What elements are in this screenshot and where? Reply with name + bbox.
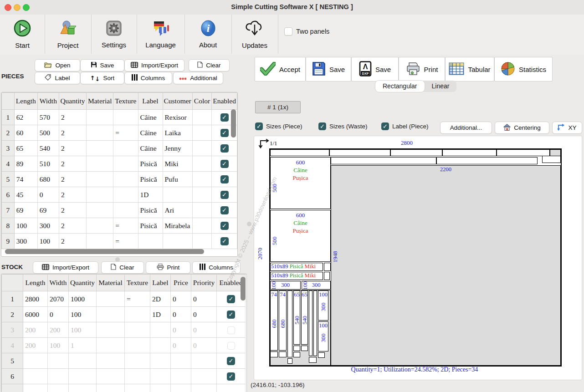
accept-button[interactable]: Accept [255, 57, 306, 81]
table-cell[interactable]: 1D [138, 187, 163, 203]
table-cell[interactable]: Pisică [138, 156, 163, 172]
table-cell[interactable] [192, 218, 211, 234]
enabled-checkbox[interactable]: ✓ [220, 160, 229, 168]
stock-columns-button[interactable]: Columns [192, 261, 241, 274]
diagram-piece[interactable] [279, 351, 287, 357]
pieces-sort-button[interactable]: ↑↓ Sort [80, 72, 124, 84]
table-cell[interactable] [23, 369, 48, 384]
table-cell[interactable] [192, 125, 211, 141]
table-cell[interactable] [69, 353, 97, 369]
start-button[interactable]: Start [0, 15, 45, 54]
table-cell[interactable] [69, 369, 97, 384]
sizes-waste-checkbox[interactable]: ✓ Sizes (Waste) [318, 122, 368, 130]
pieces-additional-button[interactable]: Additional [173, 72, 223, 84]
diagram-piece[interactable] [331, 157, 436, 164]
table-cell[interactable]: 0 [171, 322, 191, 338]
table-cell[interactable]: 540 [37, 141, 59, 156]
column-header[interactable]: Priority [191, 275, 217, 291]
table-cell[interactable]: 2 [59, 172, 86, 187]
column-header[interactable]: Length [14, 93, 37, 110]
table-cell[interactable]: 69 [14, 203, 37, 218]
diagram-piece[interactable] [542, 156, 561, 163]
table-cell[interactable] [97, 322, 125, 338]
label-piece-checkbox[interactable]: ✓ Label (Piece) [381, 122, 429, 130]
table-cell[interactable] [113, 203, 138, 218]
column-header[interactable]: Length [23, 275, 48, 291]
table-cell[interactable] [87, 141, 113, 156]
table-cell[interactable]: Ari [163, 203, 192, 218]
statistics-button[interactable]: Statistics [494, 57, 553, 81]
column-header[interactable]: Texture [125, 275, 150, 291]
table-cell[interactable] [87, 110, 113, 125]
table-cell[interactable]: 60 [14, 125, 37, 141]
table-cell[interactable]: = [125, 291, 150, 307]
column-header[interactable]: Enabled [212, 93, 237, 110]
two-panels-checkbox-box[interactable] [284, 27, 292, 36]
table-cell[interactable]: Câine [138, 125, 163, 141]
column-header[interactable]: Material [87, 93, 113, 110]
table-cell[interactable] [191, 353, 217, 369]
enabled-checkbox[interactable]: ✓ [227, 372, 235, 381]
table-row[interactable]: 3655402CâineJenny✓ [2, 141, 237, 156]
table-cell[interactable] [87, 203, 113, 218]
enabled-checkbox[interactable]: ✓ [220, 222, 229, 230]
table-cell[interactable]: = [113, 218, 138, 234]
diagram-piece[interactable] [329, 149, 390, 156]
table-cell[interactable] [87, 187, 113, 203]
table-cell[interactable] [125, 338, 150, 353]
table-cell[interactable] [125, 307, 150, 322]
column-header[interactable]: Label [150, 275, 171, 291]
table-row[interactable]: 1280020701000=2D00✓ [2, 291, 246, 307]
sizes-piece-checkbox-box[interactable]: ✓ [255, 122, 263, 130]
table-cell[interactable] [97, 369, 125, 384]
sizes-waste-checkbox-box[interactable]: ✓ [318, 122, 326, 130]
table-cell[interactable] [163, 187, 192, 203]
diagram-piece[interactable] [497, 149, 550, 156]
table-cell[interactable] [87, 234, 113, 249]
table-cell[interactable] [192, 141, 211, 156]
diagram-piece[interactable]: 100300 [302, 281, 331, 290]
table-cell[interactable] [125, 322, 150, 338]
diagram-piece[interactable]: 100300 [270, 281, 301, 290]
diagram-piece[interactable] [436, 157, 538, 164]
tab-linear[interactable]: Linear [425, 81, 457, 92]
column-header[interactable]: Quantity [69, 275, 97, 291]
table-row[interactable]: 2605002=CâineLaika✓ [2, 125, 237, 141]
column-header[interactable]: Texture [113, 93, 138, 110]
diagram-piece[interactable] [270, 149, 329, 156]
table-cell[interactable]: 6000 [23, 307, 48, 322]
table-cell[interactable] [163, 234, 192, 249]
enabled-checkbox[interactable] [227, 342, 235, 350]
table-cell[interactable]: Pisică [138, 203, 163, 218]
pieces-columns-button[interactable]: Columns [124, 72, 172, 84]
table-cell[interactable] [171, 353, 191, 369]
column-header[interactable]: Price [171, 275, 191, 291]
table-cell[interactable]: Câine [138, 141, 163, 156]
table-cell[interactable]: Mirabela [163, 218, 192, 234]
table-cell[interactable]: 2D [150, 291, 171, 307]
stock-import-export-button[interactable]: Import/Export [33, 261, 98, 274]
table-cell[interactable]: 1D [150, 307, 171, 322]
pieces-save-button[interactable]: Save [80, 59, 124, 71]
centering-button[interactable]: Centering [495, 122, 549, 134]
tabular-button[interactable]: Tabular [445, 57, 494, 81]
pieces-open-button[interactable]: Open [35, 59, 80, 71]
table-cell[interactable]: Rexisor [163, 110, 192, 125]
xy-button[interactable]: XY [552, 122, 582, 134]
table-cell[interactable]: 680 [37, 172, 59, 187]
diagram-piece[interactable] [293, 346, 300, 351]
nesting-canvas[interactable]: 1/1 2800 2070 22001948600CâinePușica5006… [254, 136, 582, 380]
diagram-piece[interactable]: 510x89 Pisică Miki [270, 263, 323, 271]
table-cell[interactable]: 0 [37, 187, 59, 203]
table-cell[interactable] [171, 369, 191, 384]
table-cell[interactable] [192, 110, 211, 125]
enabled-checkbox[interactable]: ✓ [220, 175, 229, 183]
table-row[interactable]: 93001002=✓ [2, 234, 237, 249]
table-cell[interactable] [48, 353, 69, 369]
table-cell[interactable]: 0 [171, 291, 191, 307]
table-cell[interactable]: 0 [191, 307, 217, 322]
table-cell[interactable]: Laika [163, 125, 192, 141]
table-cell[interactable] [87, 125, 113, 141]
table-cell[interactable]: 2 [59, 187, 86, 203]
diagram-piece[interactable]: 65540 [293, 290, 300, 345]
